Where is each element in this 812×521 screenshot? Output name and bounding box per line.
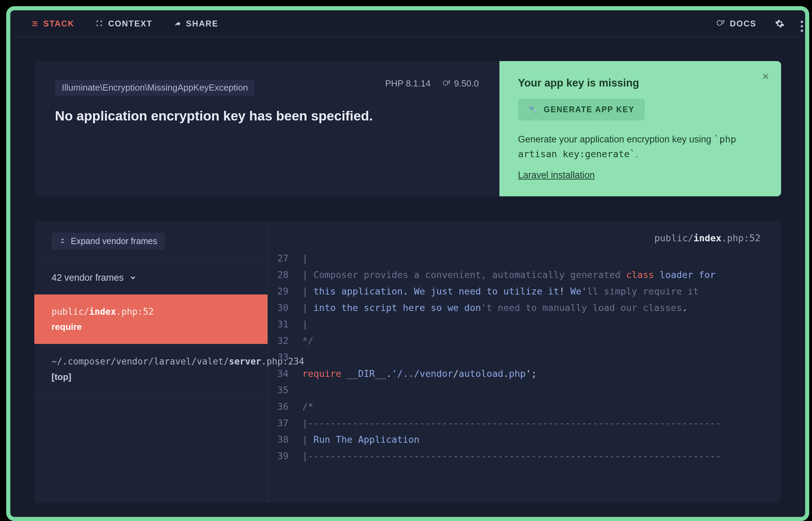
laravel-version: 9.50.0 (454, 78, 479, 89)
laravel-icon (716, 19, 725, 28)
stack-icon (31, 20, 38, 27)
expand-icon (96, 20, 103, 27)
button-label: GENERATE APP KEY (544, 105, 634, 114)
tab-label: CONTEXT (108, 19, 153, 28)
expand-icon (59, 238, 66, 244)
tab-share[interactable]: SHARE (174, 19, 218, 28)
exception-class: Illuminate\Encryption\MissingAppKeyExcep… (55, 80, 255, 96)
expand-label: Expand vendor frames (71, 236, 157, 246)
tab-context[interactable]: CONTEXT (96, 19, 153, 28)
installation-link[interactable]: Laravel installation (518, 170, 763, 181)
generate-key-button[interactable]: 🔧 GENERATE APP KEY (518, 99, 645, 120)
solution-description: Generate your application encryption key… (518, 132, 763, 162)
share-icon (174, 20, 181, 27)
exception-card: Illuminate\Encryption\MissingAppKeyExcep… (34, 61, 499, 196)
vendor-count: 42 vendor frames (52, 273, 124, 283)
chevron-down-icon (129, 274, 137, 281)
content: Illuminate\Encryption\MissingAppKeyExcep… (10, 37, 805, 517)
vendor-frames-toggle[interactable]: 42 vendor frames (34, 261, 268, 294)
topbar: STACK CONTEXT SHARE DOCS (10, 10, 805, 37)
frame-item-active[interactable]: public/index.php:52 require (34, 294, 268, 344)
exception-message: No application encryption key has been s… (55, 107, 479, 125)
docs-label: DOCS (730, 19, 756, 28)
wrench-icon: 🔧 (528, 105, 539, 114)
stack-card: Expand vendor frames 42 vendor frames pu… (34, 221, 781, 502)
code-column: public/index.php:52 27| 28| Composer pro… (268, 221, 781, 502)
kebab-icon[interactable] (798, 18, 806, 35)
php-version: PHP 8.1.14 (385, 78, 431, 89)
tab-label: SHARE (186, 19, 218, 28)
code-block[interactable]: 27| 28| Composer provides a convenient, … (268, 250, 764, 465)
laravel-icon (442, 80, 451, 88)
tab-stack[interactable]: STACK (31, 19, 75, 28)
frames-column: Expand vendor frames 42 vendor frames pu… (34, 221, 268, 502)
frame-item[interactable]: ~/.composer/vendor/laravel/valet/server.… (34, 344, 268, 394)
docs-link[interactable]: DOCS (716, 19, 756, 28)
close-icon[interactable]: ✕ (762, 71, 769, 82)
expand-vendor-button[interactable]: Expand vendor frames (52, 233, 165, 250)
solution-title: Your app key is missing (518, 77, 763, 89)
file-path: public/index.php:52 (268, 233, 764, 243)
gear-icon[interactable] (775, 19, 785, 28)
tab-label: STACK (43, 19, 75, 28)
solution-card: ✕ Your app key is missing 🔧 GENERATE APP… (499, 61, 781, 196)
